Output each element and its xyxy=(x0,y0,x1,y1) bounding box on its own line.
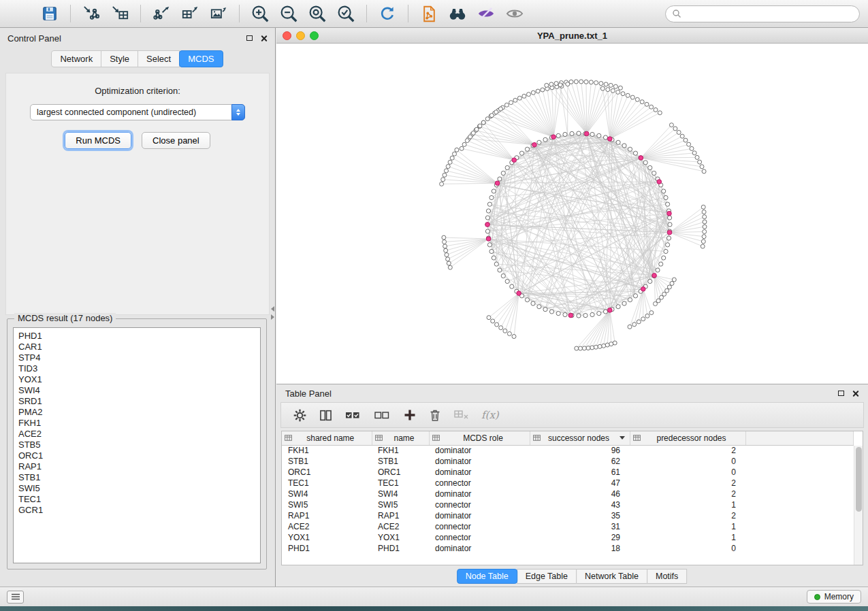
zoom-fit-button[interactable] xyxy=(304,3,330,24)
open-network-document-button[interactable] xyxy=(416,3,442,24)
table-cell[interactable]: dominator xyxy=(429,510,530,521)
table-cell[interactable]: 2 xyxy=(630,445,745,456)
show-columns-icon[interactable] xyxy=(319,408,333,423)
mcds-result-item[interactable]: TID3 xyxy=(18,363,255,374)
mcds-result-item[interactable]: SWI5 xyxy=(18,483,255,494)
table-cell[interactable]: 0 xyxy=(630,456,745,467)
window-zoom-button[interactable] xyxy=(310,31,319,40)
memory-button[interactable]: Memory xyxy=(807,590,861,604)
table-cell[interactable]: SWI4 xyxy=(372,489,429,499)
table-cell[interactable]: 35 xyxy=(530,510,630,521)
network-canvas[interactable] xyxy=(276,44,868,384)
tab-network-table[interactable]: Network Table xyxy=(576,569,647,584)
table-row[interactable]: YOX1YOX1connector291 xyxy=(282,532,854,543)
tab-edge-table[interactable]: Edge Table xyxy=(517,569,577,584)
table-cell[interactable]: ORC1 xyxy=(372,467,429,478)
tab-select[interactable]: Select xyxy=(138,50,180,67)
table-cell[interactable]: 43 xyxy=(530,499,630,510)
table-row[interactable]: SWI4SWI4dominator462 xyxy=(282,489,854,499)
table-row[interactable]: SWI5SWI5connector431 xyxy=(282,499,854,510)
scrollbar-thumb[interactable] xyxy=(856,447,862,512)
table-row[interactable]: ORC1ORC1dominator610 xyxy=(282,467,854,478)
tab-mcds[interactable]: MCDS xyxy=(179,50,223,67)
close-panel-button[interactable]: Close panel xyxy=(142,132,210,149)
table-cell[interactable]: 31 xyxy=(530,521,630,532)
settings-gear-icon[interactable] xyxy=(293,408,307,423)
open-session-button[interactable] xyxy=(8,3,34,24)
table-cell[interactable]: SWI5 xyxy=(282,499,372,510)
table-cell[interactable]: SWI5 xyxy=(372,499,429,510)
table-scrollbar[interactable] xyxy=(854,446,863,565)
table-cell[interactable]: 29 xyxy=(530,532,630,543)
mcds-result-item[interactable]: PHD1 xyxy=(18,331,255,342)
mcds-result-item[interactable]: SRD1 xyxy=(18,396,255,407)
table-cell[interactable]: SWI4 xyxy=(282,489,372,499)
table-cell[interactable]: RAP1 xyxy=(372,510,429,521)
table-cell[interactable]: 61 xyxy=(530,467,630,478)
close-panel-icon[interactable] xyxy=(260,35,268,42)
table-cell[interactable]: dominator xyxy=(429,543,530,554)
mcds-result-item[interactable]: ACE2 xyxy=(18,429,255,440)
table-cell[interactable]: 0 xyxy=(630,467,745,478)
table-cell[interactable]: 1 xyxy=(630,499,745,510)
float-window-icon[interactable] xyxy=(246,35,253,41)
panel-splitter[interactable] xyxy=(271,306,274,320)
mcds-result-item[interactable]: ORC1 xyxy=(18,450,255,461)
table-cell[interactable]: dominator xyxy=(429,456,530,467)
delete-row-icon[interactable] xyxy=(428,408,442,423)
show-elements-button[interactable] xyxy=(502,3,528,24)
search-input[interactable] xyxy=(685,9,853,19)
criterion-dropdown[interactable]: largest connected component (undirected) xyxy=(30,104,245,120)
run-mcds-button[interactable]: Run MCDS xyxy=(65,132,131,149)
table-cell[interactable]: 0 xyxy=(630,543,745,554)
tab-node-table[interactable]: Node Table xyxy=(457,569,517,584)
save-session-button[interactable] xyxy=(37,3,63,24)
table-cell[interactable]: FKH1 xyxy=(282,445,372,456)
table-cell[interactable]: 1 xyxy=(630,532,745,543)
deselect-all-icon[interactable] xyxy=(374,408,391,422)
table-row[interactable]: PHD1PHD1dominator180 xyxy=(282,543,854,554)
zoom-in-button[interactable] xyxy=(247,3,273,24)
zoom-out-button[interactable] xyxy=(276,3,302,24)
table-cell[interactable]: PHD1 xyxy=(282,543,372,554)
table-cell[interactable]: 18 xyxy=(530,543,630,554)
mcds-result-item[interactable]: RAP1 xyxy=(18,461,255,472)
export-image-button[interactable] xyxy=(206,3,231,24)
column-header-sorted[interactable]: successor nodes xyxy=(530,431,630,445)
table-cell[interactable]: YOX1 xyxy=(282,532,372,543)
function-builder-icon[interactable]: f(x) xyxy=(481,409,499,421)
table-cell[interactable]: ORC1 xyxy=(282,467,372,478)
table-cell[interactable]: TEC1 xyxy=(282,478,372,489)
table-cell[interactable]: ACE2 xyxy=(372,521,429,532)
column-header[interactable]: shared name xyxy=(282,431,372,445)
mcds-result-item[interactable]: YOX1 xyxy=(18,374,255,385)
float-window-icon[interactable] xyxy=(838,391,844,396)
table-row[interactable]: ACE2ACE2connector311 xyxy=(282,521,854,532)
column-header[interactable]: name xyxy=(372,431,429,445)
table-cell[interactable]: 2 xyxy=(630,478,745,489)
window-close-button[interactable] xyxy=(283,31,291,40)
table-cell[interactable]: STB1 xyxy=(372,456,429,467)
export-table-button[interactable] xyxy=(177,3,203,24)
table-row[interactable]: FKH1FKH1dominator962 xyxy=(282,445,854,456)
mcds-result-item[interactable]: STB1 xyxy=(18,472,255,483)
import-table-button[interactable] xyxy=(107,3,133,24)
search-box[interactable] xyxy=(665,5,860,22)
table-cell[interactable]: FKH1 xyxy=(372,445,429,456)
mcds-result-item[interactable]: GCR1 xyxy=(18,505,255,516)
mcds-result-item[interactable]: STP4 xyxy=(18,352,255,363)
table-cell[interactable]: dominator xyxy=(429,489,530,499)
table-cell[interactable]: 46 xyxy=(530,489,630,499)
add-row-icon[interactable] xyxy=(403,408,417,422)
select-all-icon[interactable] xyxy=(344,408,362,422)
table-cell[interactable]: connector xyxy=(429,521,530,532)
table-cell[interactable]: PHD1 xyxy=(372,543,429,554)
mcds-result-item[interactable]: TEC1 xyxy=(18,494,255,505)
table-cell[interactable]: 47 xyxy=(530,478,630,489)
table-cell[interactable]: ACE2 xyxy=(282,521,372,532)
window-minimize-button[interactable] xyxy=(296,31,305,40)
refresh-layout-button[interactable] xyxy=(374,3,400,24)
column-header[interactable]: predecessor nodes xyxy=(630,431,745,445)
mcds-result-item[interactable]: CAR1 xyxy=(18,342,255,352)
table-cell[interactable]: 62 xyxy=(530,456,630,467)
